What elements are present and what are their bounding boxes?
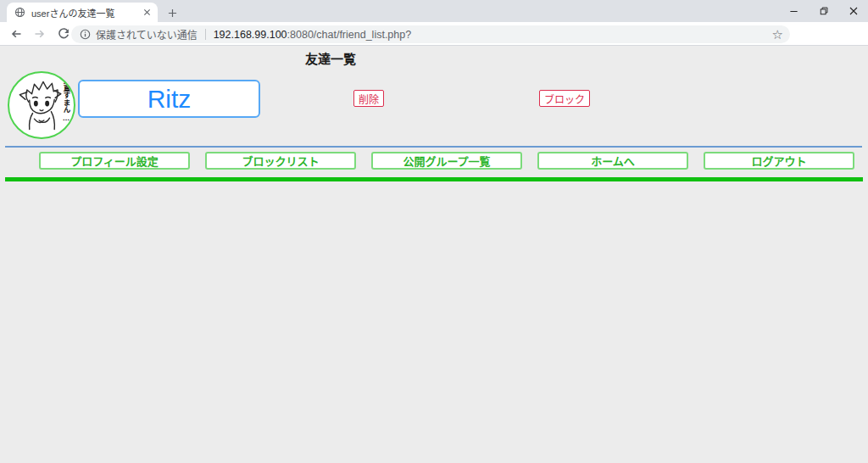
url-host: 192.168.99.100: [214, 29, 287, 41]
friend-name-button[interactable]: Ritz: [78, 80, 260, 118]
window-close-icon[interactable]: [838, 0, 868, 22]
security-label: 保護されていない通信: [96, 27, 198, 42]
url-path: :8080/chat/friend_list.php?: [287, 29, 412, 41]
window-restore-icon[interactable]: [809, 0, 838, 22]
blue-divider: [5, 146, 862, 148]
nav-block-list-button[interactable]: ブロックリスト: [205, 152, 356, 170]
address-bar[interactable]: 保護されていない通信 192.168.99.100:8080/chat/frie…: [71, 25, 790, 43]
friend-name: Ritz: [147, 85, 192, 114]
globe-favicon-icon: [14, 7, 25, 18]
tab-strip: userさんの友達一覧: [0, 0, 868, 22]
browser-tab[interactable]: userさんの友達一覧: [7, 3, 158, 22]
nav-home-button[interactable]: ホームへ: [537, 152, 688, 170]
tab-title: userさんの友達一覧: [31, 6, 141, 20]
info-icon[interactable]: [80, 29, 91, 40]
omnibox-separator: [205, 29, 206, 40]
page-title: 友達一覧: [0, 49, 661, 67]
nav-profile-settings-button[interactable]: プロフィール設定: [39, 152, 190, 170]
avatar-caption: 正直すまん…: [62, 77, 70, 122]
friend-avatar: 正直すまん…: [8, 71, 75, 139]
forward-icon[interactable]: [30, 24, 50, 44]
window-controls: [779, 0, 868, 22]
green-divider: [5, 177, 863, 181]
window-minimize-icon[interactable]: [779, 0, 809, 22]
browser-toolbar: 保護されていない通信 192.168.99.100:8080/chat/frie…: [0, 22, 868, 46]
page-content: 友達一覧 正直すまん… Ritz 削除 ブロック プロフィール設定 ブロックリス…: [0, 46, 868, 463]
delete-button[interactable]: 削除: [353, 90, 384, 107]
nav-logout-button[interactable]: ログアウト: [704, 152, 854, 170]
bookmark-star-icon[interactable]: ☆: [772, 28, 783, 41]
block-button[interactable]: ブロック: [539, 90, 590, 107]
back-icon[interactable]: [6, 24, 26, 44]
new-tab-button[interactable]: [164, 5, 180, 20]
url-text[interactable]: 192.168.99.100:8080/chat/friend_list.php…: [214, 29, 767, 41]
nav-public-groups-button[interactable]: 公開グループ一覧: [371, 152, 522, 170]
tab-close-icon[interactable]: [141, 7, 153, 19]
